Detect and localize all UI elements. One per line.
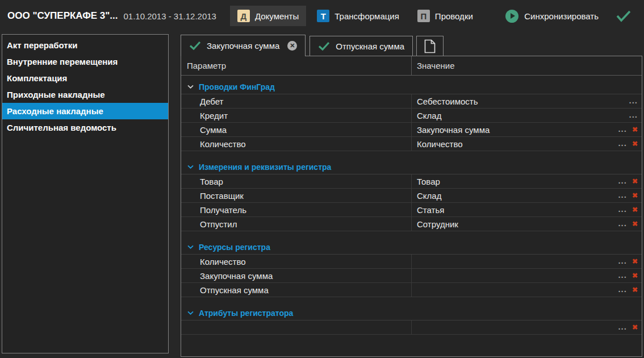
sidebar-item[interactable]: Сличительная ведомость [2, 119, 168, 136]
ellipsis-button[interactable]: ... [618, 190, 627, 201]
ellipsis-button[interactable]: ... [618, 124, 627, 135]
value-cell[interactable]: Статья...✖ [411, 203, 642, 217]
table-row[interactable]: ТоварТовар...✖ [181, 174, 642, 189]
confirm-check-icon[interactable] [616, 10, 632, 22]
nav-button-documents[interactable]: ДДокументы [230, 6, 306, 26]
param-cell: Сумма [181, 123, 411, 136]
column-header-value: Значение [411, 56, 642, 75]
remove-x-button[interactable]: ✖ [632, 286, 638, 293]
sidebar-item[interactable]: Приходные накладные [2, 86, 168, 103]
param-cell: Получатель [181, 203, 411, 217]
value-cell[interactable]: Количество...✖ [411, 137, 642, 151]
section-header[interactable]: Проводки ФинГрад [181, 80, 642, 94]
section-header[interactable]: Измерения и реквизиты регистра [181, 160, 642, 174]
section-header[interactable]: Атрибуты регистратора [181, 306, 642, 320]
remove-x-button[interactable]: ✖ [632, 220, 638, 227]
synchronize-button[interactable]: Синхронизировать [503, 6, 601, 26]
table-section: Измерения и реквизиты регистраТоварТовар… [181, 160, 642, 231]
remove-x-button[interactable]: ✖ [632, 192, 638, 199]
ellipsis-button[interactable]: ... [618, 139, 627, 149]
ellipsis-button[interactable]: ... [618, 322, 627, 333]
param-cell [181, 320, 411, 334]
remove-x-button[interactable]: ✖ [632, 258, 638, 265]
value-text: Склад [417, 191, 441, 201]
chevron-down-icon[interactable] [187, 85, 194, 89]
row-controls: ...✖ [618, 270, 642, 281]
section-header[interactable]: Ресурсы регистра [181, 240, 642, 255]
param-cell: Количество [181, 137, 411, 151]
app-title: ООО "СУПЕРКАФЕ 3"... [7, 10, 118, 22]
ellipsis-button[interactable]: ... [618, 285, 627, 295]
ellipsis-button[interactable]: ... [618, 256, 627, 267]
table-row[interactable]: ...✖ [181, 320, 642, 335]
value-cell[interactable]: Склад...✖ [411, 189, 642, 202]
remove-x-button[interactable]: ✖ [632, 206, 638, 213]
remove-x-button[interactable]: ✖ [632, 140, 638, 147]
close-icon[interactable]: ✕ [287, 41, 297, 51]
row-controls: ...✖ [618, 256, 642, 267]
sidebar-item[interactable]: Внутренние перемещения [2, 53, 168, 70]
sidebar-item[interactable]: Акт переработки [2, 37, 168, 53]
synchronize-label: Синхронизировать [524, 11, 599, 21]
value-cell[interactable]: ...✖ [411, 283, 642, 297]
tab-label: Отпускная сумма [336, 41, 404, 51]
chevron-down-icon[interactable] [187, 165, 194, 169]
date-range[interactable]: 01.10.2013 - 31.12.2013 [123, 11, 216, 21]
value-cell[interactable]: Себестоимость... [411, 94, 642, 108]
chevron-down-icon[interactable] [187, 311, 194, 315]
remove-x-button[interactable]: ✖ [632, 178, 638, 185]
table-row[interactable]: Закупочная сумма...✖ [181, 269, 642, 283]
table-row[interactable]: КредитСклад... [181, 109, 642, 123]
table-row[interactable]: Отпускная сумма...✖ [181, 283, 642, 297]
nav-button-transformation[interactable]: ТТрансформация [310, 6, 407, 26]
value-text: Статья [417, 205, 444, 215]
remove-x-button[interactable]: ✖ [632, 126, 638, 133]
value-cell[interactable]: Сотрудник...✖ [411, 217, 642, 231]
ellipsis-button[interactable]: ... [618, 176, 627, 187]
ellipsis-button[interactable]: ... [629, 96, 638, 107]
row-controls: ...✖ [618, 219, 642, 230]
row-controls: ...✖ [618, 176, 642, 187]
value-cell[interactable]: Товар...✖ [411, 174, 642, 188]
value-text: Склад [417, 111, 441, 120]
table-row[interactable]: Количество...✖ [181, 255, 642, 269]
remove-x-button[interactable]: ✖ [632, 324, 638, 331]
param-cell: Дебет [181, 94, 411, 108]
table-row[interactable]: КоличествоКоличество...✖ [181, 137, 642, 151]
chevron-down-icon[interactable] [187, 245, 194, 249]
value-cell[interactable]: Склад... [411, 109, 642, 122]
table-row[interactable]: СуммаЗакупочная сумма...✖ [181, 123, 642, 137]
row-controls: ...✖ [618, 190, 642, 201]
topbar-nav: ДДокументыТТрансформацияППроводки [230, 6, 480, 26]
table-row[interactable]: ОтпустилСотрудник...✖ [181, 217, 642, 231]
ellipsis-button[interactable]: ... [618, 205, 627, 215]
nav-label: Проводки [435, 11, 473, 21]
nav-button-postings[interactable]: ППроводки [410, 6, 480, 26]
value-cell[interactable]: ...✖ [411, 269, 642, 282]
value-cell[interactable]: Закупочная сумма...✖ [411, 123, 642, 136]
table-header: Параметр Значение [181, 56, 642, 76]
table-row[interactable]: ПолучательСтатья...✖ [181, 203, 642, 217]
value-text: Закупочная сумма [417, 125, 490, 135]
ellipsis-button[interactable]: ... [629, 110, 638, 121]
new-document-icon [424, 39, 436, 53]
table-section: Атрибуты регистратора...✖ [181, 306, 642, 335]
new-document-tab[interactable] [416, 36, 444, 56]
value-text: Количество [417, 139, 463, 149]
sidebar-item[interactable]: Расходные накладные [2, 103, 168, 119]
remove-x-button[interactable]: ✖ [632, 272, 638, 279]
topbar: ООО "СУПЕРКАФЕ 3"... 01.10.2013 - 31.12.… [0, 0, 644, 32]
table-row[interactable]: ДебетСебестоимость... [181, 94, 642, 109]
value-cell[interactable]: ...✖ [411, 320, 642, 334]
ellipsis-button[interactable]: ... [618, 270, 627, 281]
value-cell[interactable]: ...✖ [411, 255, 642, 268]
tab-label: Закупочная сумма [207, 41, 279, 51]
table-section: Проводки ФинГрадДебетСебестоимость...Кре… [181, 80, 642, 151]
document-tab[interactable]: Отпускная сумма [310, 36, 413, 56]
sidebar-item[interactable]: Комплектация [2, 70, 168, 86]
param-cell: Поставщик [181, 189, 411, 202]
param-cell: Отпустил [181, 217, 411, 231]
document-tab[interactable]: Закупочная сумма✕ [181, 35, 306, 56]
ellipsis-button[interactable]: ... [618, 219, 627, 230]
table-row[interactable]: ПоставщикСклад...✖ [181, 189, 642, 203]
